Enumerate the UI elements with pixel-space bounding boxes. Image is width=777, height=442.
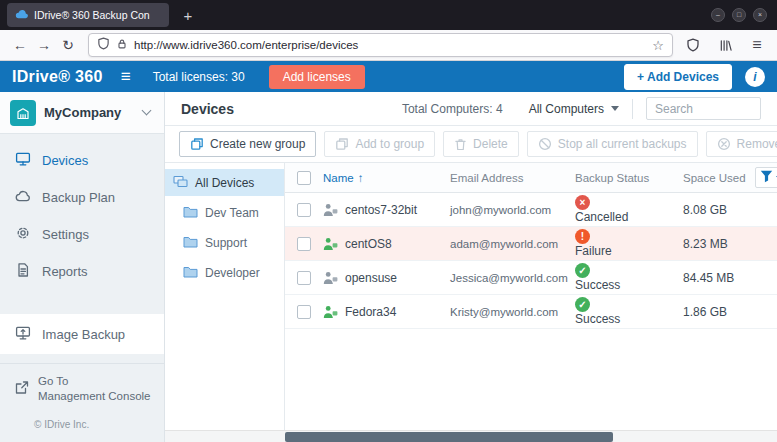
image-backup-icon: [15, 325, 31, 344]
sidebar-bottom: Go To Management Console © IDrive Inc.: [0, 363, 164, 442]
column-header-space[interactable]: Space Used: [683, 172, 755, 184]
app-hamburger-icon[interactable]: ≡: [121, 67, 131, 87]
browser-tab-bar: IDrive® 360 Backup Con + – □ ×: [0, 0, 777, 30]
url-text: http://www.idrive360.com/enterprise/devi…: [134, 39, 646, 51]
device-name: centOS8: [345, 237, 392, 251]
status-success-icon: ✓: [575, 263, 590, 278]
column-header-name[interactable]: Name ↑: [323, 172, 450, 184]
device-email: john@myworld.com: [450, 204, 575, 216]
row-checkbox[interactable]: [297, 271, 311, 285]
forward-button[interactable]: →: [32, 32, 56, 58]
sidebar-nav: Devices Backup Plan Settings Reports Ima…: [0, 134, 164, 354]
company-selector[interactable]: MyCompany: [0, 92, 164, 134]
sidebar-item-reports[interactable]: Reports: [0, 253, 164, 290]
computers-filter-dropdown[interactable]: All Computers: [529, 102, 619, 116]
device-email: adam@myworld.com: [450, 238, 575, 250]
sidebar-item-label: Image Backup: [42, 327, 125, 342]
browser-toolbar: ← → ↻ http://www.idrive360.com/enterpris…: [0, 30, 777, 61]
group-item-support[interactable]: Support: [165, 230, 284, 256]
minimize-button[interactable]: –: [711, 8, 725, 22]
site-favicon-icon: [15, 8, 28, 23]
space-used: 8.08 GB: [683, 203, 755, 217]
external-link-icon: [14, 380, 29, 400]
window-controls: – □ ×: [711, 8, 767, 22]
space-used: 84.45 MB: [683, 271, 755, 285]
device-icon: [323, 203, 338, 217]
add-to-group-button[interactable]: Add to group: [324, 131, 435, 157]
url-bar[interactable]: http://www.idrive360.com/enterprise/devi…: [88, 33, 673, 57]
browser-menu-button[interactable]: ≡: [745, 32, 769, 58]
filter-button[interactable]: [755, 167, 777, 188]
status-label: Success: [575, 278, 620, 292]
status-failure-icon: !: [575, 229, 590, 244]
browser-tab[interactable]: IDrive® 360 Backup Con: [7, 3, 169, 27]
close-button[interactable]: ×: [753, 8, 767, 22]
row-checkbox[interactable]: [297, 237, 311, 251]
table-row[interactable]: centOS8 adam@myworld.com ! Failure 8.23 …: [285, 227, 777, 261]
library-icon[interactable]: [713, 32, 737, 58]
app-logo: IDrive® 360: [12, 68, 103, 86]
group-item-all-devices[interactable]: All Devices: [165, 169, 284, 196]
company-name: MyCompany: [44, 105, 135, 120]
bookmark-star-icon[interactable]: ☆: [652, 38, 664, 53]
device-email: Kristy@myworld.com: [450, 306, 575, 318]
select-all-checkbox[interactable]: [297, 171, 311, 185]
refresh-button[interactable]: ↻: [56, 32, 80, 58]
maximize-button[interactable]: □: [732, 8, 746, 22]
table-row[interactable]: centos7-32bit john@myworld.com × Cancell…: [285, 193, 777, 227]
device-email: Jessica@myworld.com: [450, 272, 575, 284]
group-item-dev-team[interactable]: Dev Team: [165, 200, 284, 226]
table-row[interactable]: opensuse Jessica@myworld.com ✓ Success 8…: [285, 261, 777, 295]
page-title: Devices: [181, 101, 234, 117]
add-devices-button[interactable]: + Add Devices: [624, 64, 732, 90]
space-used: 8.23 MB: [683, 237, 755, 251]
content-row: All Devices Dev Team Support Developer: [165, 163, 777, 430]
new-tab-button[interactable]: +: [177, 7, 199, 24]
management-console-label: Go To Management Console: [38, 374, 151, 405]
sidebar-item-label: Backup Plan: [42, 190, 115, 205]
app-header: IDrive® 360 ≡ Total licenses: 30 Add lic…: [0, 61, 777, 92]
status-label: Failure: [575, 244, 612, 258]
device-name: opensuse: [345, 271, 397, 285]
total-licenses-label: Total licenses: 30: [153, 70, 245, 84]
device-name: Fedora34: [345, 305, 396, 319]
sidebar-item-image-backup[interactable]: Image Backup: [0, 314, 164, 354]
gear-icon: [15, 225, 31, 244]
company-building-icon: [10, 100, 36, 126]
funnel-icon: [760, 170, 773, 185]
search-input[interactable]: [646, 97, 761, 120]
screen: IDrive® 360 Backup Con + – □ × ← → ↻ htt…: [0, 0, 777, 442]
sidebar-item-label: Reports: [42, 264, 88, 279]
sidebar-item-devices[interactable]: Devices: [0, 142, 164, 179]
toolbar-right-icons: ≡: [681, 32, 769, 58]
group-item-developer[interactable]: Developer: [165, 260, 284, 286]
status-label: Cancelled: [575, 210, 628, 224]
trash-icon: [454, 138, 467, 151]
add-licenses-button[interactable]: Add licenses: [269, 65, 365, 89]
row-checkbox[interactable]: [297, 203, 311, 217]
sidebar-item-settings[interactable]: Settings: [0, 216, 164, 253]
column-header-email[interactable]: Email Address: [450, 172, 575, 184]
device-icon: [323, 237, 338, 251]
back-button[interactable]: ←: [8, 32, 32, 58]
folder-icon: [183, 236, 198, 251]
remove-backup-agent-button[interactable]: Remove Backup Agent: [706, 131, 777, 157]
sidebar-item-backup-plan[interactable]: Backup Plan: [0, 179, 164, 216]
stop-icon: [538, 137, 552, 151]
device-icon: [323, 305, 338, 319]
table-row[interactable]: Fedora34 Kristy@myworld.com ✓ Success 1.…: [285, 295, 777, 329]
info-button[interactable]: i: [745, 67, 765, 87]
scrollbar-thumb[interactable]: [285, 432, 613, 442]
sidebar-item-label: Devices: [42, 153, 88, 168]
device-name: centos7-32bit: [345, 203, 417, 217]
stop-backups-button[interactable]: Stop all current backups: [527, 131, 698, 157]
chevron-down-icon: [142, 106, 152, 116]
row-checkbox[interactable]: [297, 305, 311, 319]
protection-shield-icon[interactable]: [681, 32, 705, 58]
sort-asc-icon: ↑: [358, 172, 364, 184]
create-new-group-button[interactable]: Create new group: [179, 131, 316, 157]
horizontal-scrollbar[interactable]: [165, 430, 777, 442]
management-console-link[interactable]: Go To Management Console: [0, 363, 164, 411]
delete-button[interactable]: Delete: [443, 131, 519, 157]
column-header-status[interactable]: Backup Status: [575, 172, 683, 184]
